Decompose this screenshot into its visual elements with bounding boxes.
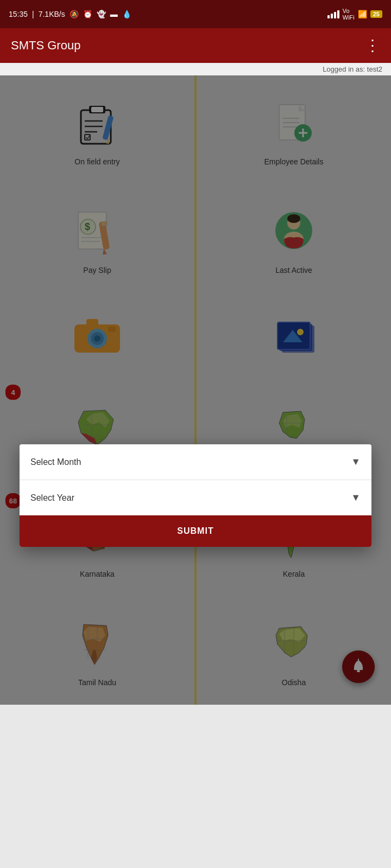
select-month-year-dialog: Select Month ▼ Select Year ▼ SUBMIT (20, 444, 371, 547)
separator: | (32, 10, 34, 18)
vo-wifi-icon: VoWiFi (343, 8, 355, 21)
battery-badge: 25 (370, 10, 382, 18)
ghost-icon: 👻 (97, 10, 106, 18)
logged-in-bar: Logged in as: test2 (0, 63, 391, 75)
app-bar: SMTS Group ⋮ (0, 28, 391, 63)
network-speed: 7.1KB/s (39, 10, 65, 18)
signal-bars (327, 10, 339, 18)
select-year-label: Select Year (30, 493, 74, 503)
alarm-icon: ⏰ (83, 10, 92, 18)
status-bar: 15:35 | 7.1KB/s 🔕 ⏰ 👻 ▬ 💧 VoWiFi 📶 25 (0, 0, 391, 28)
select-month-field[interactable]: Select Month ▼ (20, 444, 371, 480)
app-title: SMTS Group (11, 39, 80, 53)
select-month-label: Select Month (30, 457, 81, 467)
main-content: On field entry Emplo (0, 75, 391, 705)
status-left: 15:35 | 7.1KB/s 🔕 ⏰ 👻 ▬ 💧 (9, 10, 131, 18)
submit-button[interactable]: SUBMIT (20, 515, 371, 547)
notification-icon: ▬ (110, 10, 118, 18)
wifi-icon: 📶 (358, 10, 367, 18)
logged-in-text: Logged in as: test2 (323, 65, 382, 73)
status-right: VoWiFi 📶 25 (327, 8, 382, 21)
select-year-field[interactable]: Select Year ▼ (20, 480, 371, 515)
drop-icon: 💧 (122, 10, 131, 18)
dialog-overlay[interactable] (0, 75, 391, 705)
time-text: 15:35 (9, 10, 28, 18)
app-menu-button[interactable]: ⋮ (365, 38, 380, 53)
mute-icon: 🔕 (70, 10, 79, 18)
select-month-arrow-icon: ▼ (351, 456, 361, 468)
select-year-arrow-icon: ▼ (351, 492, 361, 503)
